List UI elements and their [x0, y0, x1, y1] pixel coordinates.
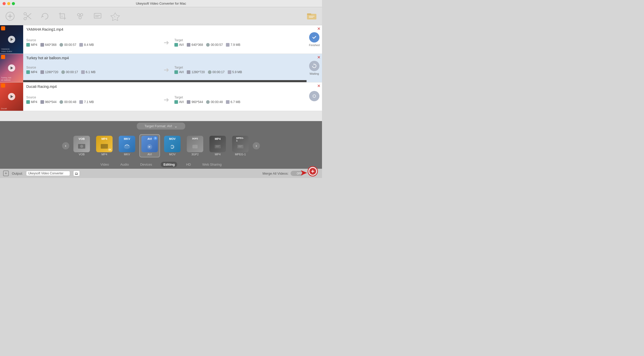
- rotate-icon[interactable]: [40, 11, 50, 21]
- target-dur-3: 00:00:48: [206, 100, 223, 104]
- arrow-3: ➜: [161, 96, 172, 104]
- format-item-mov[interactable]: MOV MOV: [162, 135, 183, 157]
- source-dur-1: 00:00:57: [60, 43, 76, 47]
- format-item-mkv[interactable]: MKV MKV: [117, 135, 137, 157]
- format-item-mp4-4k[interactable]: MP4 4K MP4: [94, 135, 115, 157]
- crop-icon[interactable]: iz: [58, 11, 67, 21]
- window-controls[interactable]: [3, 2, 15, 5]
- target-format-label: Target Format: AVI: [145, 124, 172, 128]
- source-size-3: 7.1 MB: [79, 100, 94, 104]
- close-file-3[interactable]: ✕: [317, 84, 320, 88]
- open-folder-icon[interactable]: [307, 11, 317, 21]
- maximize-button[interactable]: [12, 2, 15, 5]
- close-button[interactable]: [3, 2, 6, 5]
- target-label-1: Target: [174, 38, 307, 42]
- bottom-bar: + Output: Ukeysoft Video Converter 🗂 Mer…: [0, 169, 322, 178]
- thumbnail-2: Turkey, hotair balloon: [0, 54, 23, 82]
- minimize-button[interactable]: [7, 2, 10, 5]
- thumb-icon-3: [1, 83, 5, 88]
- file-item-2[interactable]: Turkey, hotair balloon Turkey hot air ba…: [0, 54, 322, 82]
- watermark-icon[interactable]: A: [110, 11, 120, 21]
- add-file-bottom-button[interactable]: +: [3, 171, 9, 176]
- vob-label: VOB: [79, 153, 84, 156]
- file-item-3[interactable]: Ducati Ducati Racing.mp4 Source MP4 960*…: [0, 82, 322, 111]
- 3gp2-label: 3GP2: [191, 153, 199, 156]
- effect-icon[interactable]: [75, 11, 85, 21]
- format-item-mpeg1[interactable]: MPEG-1 MPEG-1: [230, 135, 251, 157]
- source-label-2: Source: [26, 66, 158, 69]
- svg-text:A: A: [114, 15, 115, 18]
- source-format-3: MP4: [26, 100, 37, 104]
- mpeg1-icon: MPEG-1: [232, 136, 249, 152]
- trim-icon[interactable]: [23, 11, 32, 21]
- tab-devices[interactable]: Devices: [138, 162, 155, 167]
- output-path-select[interactable]: Ukeysoft Video Converter: [26, 171, 70, 176]
- tab-hd[interactable]: HD: [183, 162, 193, 167]
- tab-editing[interactable]: Editing: [161, 162, 177, 167]
- target-size-3: 6.7 MB: [226, 100, 240, 104]
- play-button-1[interactable]: [8, 36, 15, 43]
- 3gp2-icon: 3GP2: [187, 136, 203, 152]
- merge-section: Merge All Videos: OFF: [262, 171, 303, 176]
- target-res-3: 960*544: [187, 100, 203, 104]
- thumb-text-2: Turkey, hotair balloon: [1, 77, 11, 81]
- status-circle-3: [309, 91, 319, 101]
- svg-rect-28: [101, 144, 108, 149]
- svg-point-29: [124, 145, 130, 149]
- format-item-avi[interactable]: AVI ⚙ AVI: [139, 134, 160, 157]
- source-res-1: 640*368: [40, 43, 57, 47]
- format-item-mp4b[interactable]: MP4 MP4: [207, 135, 228, 157]
- thumb-icon-1: [1, 26, 5, 30]
- file-item-1[interactable]: YAMAHAVideo Editor YAMAHA Racing1.mp4 So…: [0, 25, 322, 54]
- play-button-3[interactable]: [8, 93, 15, 100]
- format-item-3gp2[interactable]: 3GP2 3GP2: [185, 135, 205, 157]
- thumb-text-3: Ducati: [1, 107, 7, 110]
- close-file-1[interactable]: ✕: [317, 27, 320, 31]
- convert-button[interactable]: [308, 166, 318, 176]
- tab-web-sharing[interactable]: Web Sharing: [200, 162, 224, 167]
- titlebar: Ukeysoft Video Converter for Mac: [0, 0, 322, 7]
- play-button-2[interactable]: [8, 64, 15, 72]
- tabs-row: Video Audio Devices Editing HD Web Shari…: [0, 160, 322, 169]
- svg-point-4: [24, 12, 27, 15]
- svg-rect-33: [192, 145, 198, 148]
- source-dur-2: 00:00:17: [61, 70, 78, 74]
- svg-text:T: T: [95, 13, 96, 15]
- target-dur-2: 00:00:17: [208, 70, 225, 74]
- mpeg1-label: MPEG-1: [235, 153, 246, 156]
- file-name-2: Turkey hot air balloon.mp4: [26, 56, 307, 60]
- mov-label: MOV: [169, 153, 175, 156]
- mp4-4k-icon: MP4 4K: [96, 136, 113, 152]
- status-text-2: Waiting: [310, 72, 319, 75]
- svg-marker-40: [301, 170, 307, 175]
- format-panel: Target Format: AVI ⌄ ‹ VOB VOB MP4 4K MP…: [0, 121, 322, 169]
- target-dur-1: 00:00:57: [206, 43, 223, 47]
- subtitle-icon[interactable]: T: [93, 11, 103, 21]
- source-size-1: 8.4 MB: [79, 43, 94, 47]
- file-name-1: YAMAHA Racing1.mp4: [26, 27, 307, 31]
- status-circle-1: [309, 32, 319, 43]
- thumbnail-1: YAMAHAVideo Editor: [0, 25, 23, 54]
- format-prev-button[interactable]: ‹: [62, 142, 69, 149]
- format-next-button[interactable]: ›: [253, 142, 260, 149]
- toolbar-left: iz T A: [5, 11, 120, 21]
- avi-icon: AVI ⚙: [141, 136, 158, 152]
- svg-point-27: [80, 145, 83, 148]
- target-format-button[interactable]: Target Format: AVI ⌄: [137, 123, 185, 130]
- format-header: Target Format: AVI ⌄: [0, 121, 322, 131]
- browse-folder-button[interactable]: 🗂: [73, 171, 80, 176]
- tab-video[interactable]: Video: [98, 162, 112, 167]
- source-label-1: Source: [26, 38, 158, 42]
- source-dur-3: 00:00:48: [60, 100, 76, 104]
- svg-rect-23: [307, 13, 311, 14]
- target-label-2: Target: [174, 66, 307, 69]
- thumbnail-3: Ducati: [0, 82, 23, 111]
- file-name-3: Ducati Racing.mp4: [26, 84, 307, 89]
- close-file-2[interactable]: ✕: [317, 55, 320, 60]
- format-item-vob[interactable]: VOB VOB: [71, 135, 92, 157]
- arrow-2: ➜: [161, 66, 172, 74]
- mp4b-icon: MP4: [209, 136, 226, 152]
- app-title: Ukeysoft Video Converter for Mac: [136, 2, 186, 5]
- add-file-icon[interactable]: [5, 11, 15, 21]
- tab-audio[interactable]: Audio: [118, 162, 131, 167]
